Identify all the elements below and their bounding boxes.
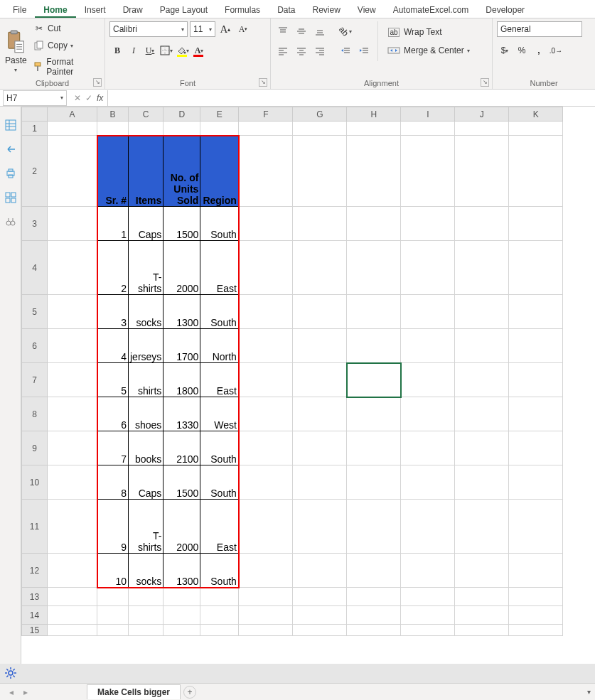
cell-K7[interactable] [509, 363, 563, 397]
cell-D15[interactable] [164, 625, 200, 636]
cell-D13[interactable] [164, 588, 200, 606]
cell-K8[interactable] [509, 397, 563, 431]
col-header-A[interactable]: A [48, 107, 97, 122]
italic-button[interactable]: I [126, 43, 141, 58]
cell-E10[interactable]: South [200, 465, 239, 500]
cell-H10[interactable] [347, 465, 401, 500]
cell-D3[interactable]: 1500 [164, 207, 200, 241]
cell-D9[interactable]: 2100 [164, 431, 200, 465]
cell-H5[interactable] [347, 295, 401, 329]
cell-F7[interactable] [239, 363, 293, 397]
cell-K13[interactable] [509, 588, 563, 606]
format-painter-button[interactable]: Format Painter [31, 55, 100, 78]
align-right-button[interactable] [312, 43, 328, 59]
copy-button[interactable]: Copy ▾ [31, 38, 100, 53]
cell-C10[interactable]: Caps [129, 465, 164, 500]
cell-E1[interactable] [200, 122, 239, 136]
cell-E12[interactable]: South [200, 554, 239, 588]
col-header-J[interactable]: J [455, 107, 509, 122]
sheet-nav-prev[interactable]: ◂ [6, 686, 17, 698]
col-header-C[interactable]: C [129, 107, 164, 122]
borders-button[interactable]: ▾ [159, 43, 174, 58]
ribbon-tab-developer[interactable]: Developer [477, 1, 533, 18]
row-header-8[interactable]: 8 [22, 397, 48, 431]
cell-G12[interactable] [293, 554, 347, 588]
confirm-formula-icon[interactable]: ✓ [85, 93, 92, 103]
cell-J12[interactable] [455, 554, 509, 588]
cell-B8[interactable]: 6 [97, 397, 129, 431]
col-header-H[interactable]: H [347, 107, 401, 122]
formula-input[interactable] [107, 90, 595, 106]
cell-I12[interactable] [401, 554, 455, 588]
sheet-tab[interactable]: Make Cells bigger [87, 684, 181, 699]
cell-A2[interactable] [48, 136, 97, 207]
cell-F11[interactable] [239, 500, 293, 554]
cell-I1[interactable] [401, 122, 455, 136]
cell-B9[interactable]: 7 [97, 431, 129, 465]
ribbon-tab-automateexcel-com[interactable]: AutomateExcel.com [385, 1, 478, 18]
binoculars-icon[interactable] [5, 216, 16, 227]
cell-F9[interactable] [239, 431, 293, 465]
ribbon-tab-review[interactable]: Review [304, 1, 348, 18]
cell-J5[interactable] [455, 295, 509, 329]
arrow-left-icon[interactable] [5, 144, 16, 155]
row-header-2[interactable]: 2 [22, 136, 48, 207]
number-format-select[interactable]: General [497, 21, 582, 37]
currency-button[interactable]: $▾ [497, 43, 513, 58]
row-header-4[interactable]: 4 [22, 241, 48, 295]
decrease-font-button[interactable]: A▾ [235, 21, 251, 37]
cell-F3[interactable] [239, 207, 293, 241]
cell-D10[interactable]: 1500 [164, 465, 200, 500]
cell-F15[interactable] [239, 625, 293, 636]
cell-C12[interactable]: socks [129, 554, 164, 588]
cell-F10[interactable] [239, 465, 293, 500]
cell-G8[interactable] [293, 397, 347, 431]
underline-button[interactable]: U▾ [142, 43, 158, 58]
cell-C2[interactable]: Items [129, 136, 164, 207]
cell-J8[interactable] [455, 397, 509, 431]
ribbon-tab-home[interactable]: Home [35, 1, 75, 18]
cell-I5[interactable] [401, 295, 455, 329]
comma-button[interactable]: , [531, 43, 547, 58]
grid-icon[interactable] [5, 192, 16, 203]
cell-C7[interactable]: shirts [129, 363, 164, 397]
grid[interactable]: ABCDEFGHIJK12Sr. #ItemsNo. of Units Sold… [21, 107, 595, 664]
cell-A5[interactable] [48, 295, 97, 329]
col-header-F[interactable]: F [239, 107, 293, 122]
ribbon-tab-page-layout[interactable]: Page Layout [151, 1, 216, 18]
align-middle-button[interactable] [294, 23, 309, 39]
cell-F12[interactable] [239, 554, 293, 588]
cell-K5[interactable] [509, 295, 563, 329]
cell-I3[interactable] [401, 207, 455, 241]
cell-E6[interactable]: North [200, 329, 239, 363]
cell-D6[interactable]: 1700 [164, 329, 200, 363]
cell-I11[interactable] [401, 500, 455, 554]
cell-H12[interactable] [347, 554, 401, 588]
increase-decimal-button[interactable]: .0→ [548, 43, 564, 58]
cell-D8[interactable]: 1330 [164, 397, 200, 431]
increase-font-button[interactable]: A▴ [218, 21, 233, 37]
cell-E11[interactable]: East [200, 500, 239, 554]
orientation-button[interactable]: ab▾ [338, 23, 353, 39]
cell-B12[interactable]: 10 [97, 554, 129, 588]
cell-B5[interactable]: 3 [97, 295, 129, 329]
cell-G11[interactable] [293, 500, 347, 554]
cell-C6[interactable]: jerseys [129, 329, 164, 363]
ribbon-tab-data[interactable]: Data [269, 1, 304, 18]
cell-E3[interactable]: South [200, 207, 239, 241]
cell-F13[interactable] [239, 588, 293, 606]
cell-F2[interactable] [239, 136, 293, 207]
cell-A9[interactable] [48, 431, 97, 465]
scroll-chevron-icon[interactable]: ▾ [587, 688, 591, 696]
row-header-7[interactable]: 7 [22, 363, 48, 397]
cell-C9[interactable]: books [129, 431, 164, 465]
cell-G3[interactable] [293, 207, 347, 241]
row-header-1[interactable]: 1 [22, 122, 48, 136]
cell-B15[interactable] [97, 625, 129, 636]
cell-G15[interactable] [293, 625, 347, 636]
cell-D5[interactable]: 1300 [164, 295, 200, 329]
cell-K14[interactable] [509, 606, 563, 625]
cell-H6[interactable] [347, 329, 401, 363]
cell-G4[interactable] [293, 241, 347, 295]
align-left-button[interactable] [275, 43, 291, 59]
